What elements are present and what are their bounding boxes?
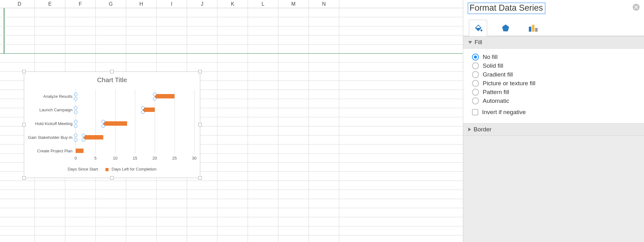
spreadsheet-area[interactable]: D E F G H I J K L M N Chart Title [0, 0, 463, 242]
pane-title: Format Data Series [470, 3, 543, 13]
close-pane-button[interactable] [633, 4, 640, 11]
plot [76, 89, 194, 154]
resize-handle[interactable] [22, 176, 26, 180]
radio-icon [472, 97, 479, 104]
radio-icon [472, 62, 479, 69]
column-header[interactable]: E [35, 0, 65, 8]
expand-icon [468, 41, 472, 44]
fill-options: No fill Solid fill Gradient fill Picture… [463, 49, 644, 123]
gutter [0, 0, 4, 8]
column-header[interactable]: H [126, 0, 157, 8]
tab-fill-and-line[interactable] [469, 20, 487, 36]
radio-label: Solid fill [483, 62, 503, 69]
app-root: D E F G H I J K L M N Chart Title [0, 0, 644, 242]
checkbox-icon [472, 109, 478, 115]
column-header[interactable]: N [309, 0, 339, 8]
column-header[interactable]: L [248, 0, 278, 8]
column-header[interactable]: D [4, 0, 35, 8]
panel-empty-area [463, 136, 644, 242]
radio-icon [472, 89, 479, 96]
column-header[interactable]: K [217, 0, 248, 8]
embedded-chart[interactable]: Chart Title Analyze ResultsLaunch Campai… [24, 71, 200, 178]
checkbox-label: Invert if negative [482, 109, 526, 116]
section-header-fill[interactable]: Fill [463, 36, 644, 49]
radio-gradient-fill[interactable]: Gradient fill [472, 71, 639, 78]
column-header[interactable]: G [96, 0, 126, 8]
value-axis-ticks: 051015202530 [76, 156, 194, 161]
chart-legend[interactable]: Days Since Start Days Left for Completio… [27, 167, 197, 171]
radio-solid-fill[interactable]: Solid fill [472, 62, 639, 69]
column-header[interactable]: I [157, 0, 187, 8]
radio-pattern-fill[interactable]: Pattern fill [472, 89, 639, 96]
resize-handle[interactable] [110, 176, 114, 180]
column-header[interactable]: F [65, 0, 96, 8]
svg-rect-1 [529, 27, 531, 32]
legend-label: Days Left for Completion [112, 167, 157, 171]
radio-picture-fill[interactable]: Picture or texture fill [472, 80, 639, 87]
radio-automatic[interactable]: Automatic [472, 97, 639, 104]
legend-label: Days Since Start [67, 167, 98, 171]
chart-canvas: Chart Title Analyze ResultsLaunch Campai… [27, 75, 197, 175]
pentagon-icon [501, 24, 510, 32]
resize-handle[interactable] [22, 70, 26, 73]
resize-handle[interactable] [198, 123, 202, 126]
section-title: Fill [475, 39, 482, 46]
resize-handle[interactable] [198, 70, 202, 73]
svg-rect-2 [532, 25, 534, 32]
tab-series-options[interactable] [524, 19, 542, 36]
chart-title[interactable]: Chart Title [27, 76, 197, 84]
format-pane: Format Data Series [463, 0, 644, 242]
radio-icon [472, 71, 479, 78]
legend-swatch-icon [105, 168, 109, 171]
radio-icon [472, 54, 479, 60]
plot-area[interactable]: Analyze ResultsLaunch CampaignHold Kicko… [27, 89, 194, 154]
legend-item[interactable]: Days Left for Completion [105, 167, 157, 171]
radio-icon [472, 80, 479, 87]
pane-title-selection[interactable]: Format Data Series [468, 3, 545, 14]
svg-point-0 [480, 29, 482, 31]
radio-no-fill[interactable]: No fill [472, 54, 639, 60]
bar-chart-icon [528, 24, 538, 32]
radio-label: Pattern fill [483, 89, 509, 96]
resize-handle[interactable] [198, 176, 202, 180]
checkbox-invert-if-negative[interactable]: Invert if negative [472, 109, 639, 116]
resize-handle[interactable] [110, 70, 114, 73]
format-pane-tabs [463, 17, 644, 36]
section-header-border[interactable]: Border [463, 123, 644, 136]
paint-bucket-icon [473, 24, 483, 33]
collapse-icon [468, 128, 471, 131]
column-header[interactable]: M [278, 0, 309, 8]
tab-effects[interactable] [496, 19, 515, 36]
column-header[interactable]: J [187, 0, 217, 8]
radio-label: Gradient fill [483, 71, 513, 78]
category-axis-labels: Analyze ResultsLaunch CampaignHold Kicko… [27, 89, 74, 154]
section-title: Border [474, 126, 491, 133]
radio-label: No fill [483, 54, 498, 60]
column-header-row: D E F G H I J K L M N [0, 0, 463, 8]
resize-handle[interactable] [22, 123, 26, 126]
legend-item[interactable]: Days Since Start [67, 167, 98, 171]
format-pane-header: Format Data Series [463, 0, 644, 17]
radio-label: Automatic [483, 97, 509, 104]
radio-label: Picture or texture fill [483, 80, 535, 87]
close-icon [634, 5, 638, 9]
svg-rect-3 [535, 28, 538, 32]
